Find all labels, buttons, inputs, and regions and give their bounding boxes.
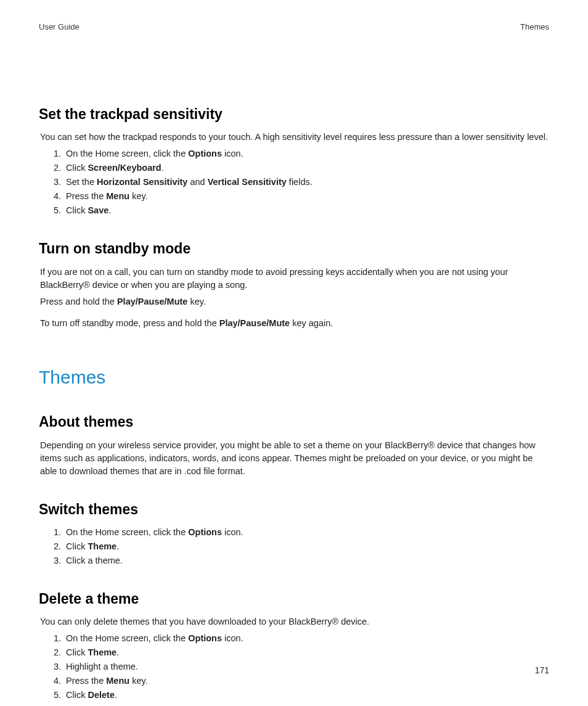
text: Press the [66, 191, 106, 201]
text: icon. [222, 633, 243, 643]
ordered-steps: On the Home screen, click the Options ic… [39, 632, 549, 702]
bold-text: Vertical Sensitivity [208, 177, 287, 187]
body-text: Depending on your wireless service provi… [40, 439, 548, 478]
text: On the Home screen, click the [66, 527, 188, 537]
text: key. [129, 676, 148, 686]
text: key again. [290, 318, 333, 328]
heading-standby-mode: Turn on standby mode [39, 239, 549, 259]
text: key. [187, 297, 206, 306]
page-number: 171 [535, 664, 549, 676]
heading-switch-themes: Switch themes [39, 499, 549, 520]
text: Click [66, 690, 88, 700]
list-item: On the Home screen, click the Options ic… [63, 526, 549, 539]
bold-text: Menu [106, 676, 129, 686]
text: Click [66, 541, 88, 551]
list-item: On the Home screen, click the Options ic… [63, 632, 549, 645]
bold-text: Menu [106, 191, 129, 201]
text: Click [66, 647, 88, 657]
text: Highlight a theme. [66, 662, 138, 671]
text: . [116, 647, 119, 657]
text: Click a theme. [66, 556, 123, 565]
bold-text: Delete [88, 690, 115, 700]
list-item: Click Screen/Keyboard. [63, 162, 549, 174]
heading-trackpad-sensitivity: Set the trackpad sensitivity [39, 104, 549, 125]
list-item: Highlight a theme. [63, 660, 549, 673]
bold-text: Screen/Keyboard [88, 163, 161, 173]
text: . [161, 163, 164, 173]
bold-text: Play/Pause/Mute [219, 318, 290, 328]
heading-about-themes: About themes [39, 412, 549, 432]
body-text: To turn off standby mode, press and hold… [40, 317, 548, 330]
list-item: Click Theme. [63, 540, 549, 553]
list-item: Click a theme. [63, 554, 549, 567]
text: key. [129, 191, 148, 201]
list-item: Click Save. [63, 204, 549, 217]
text: . [108, 205, 111, 215]
text: To turn off standby mode, press and hold… [40, 318, 219, 328]
list-item: Press the Menu key. [63, 190, 549, 203]
text: icon. [222, 149, 243, 158]
page-header: User Guide Themes [39, 22, 549, 33]
text: On the Home screen, click the [66, 633, 188, 643]
list-item: On the Home screen, click the Options ic… [63, 147, 549, 160]
bold-text: Save [88, 205, 108, 215]
text: Press and hold the [40, 297, 117, 306]
text: On the Home screen, click the [66, 149, 188, 158]
header-right: Themes [520, 22, 549, 33]
bold-text: Play/Pause/Mute [117, 297, 187, 306]
bold-text: Theme [88, 541, 116, 551]
text: and [187, 177, 207, 187]
ordered-steps: On the Home screen, click the Options ic… [39, 147, 549, 217]
body-text: If you are not on a call, you can turn o… [40, 266, 548, 292]
heading-delete-theme: Delete a theme [39, 589, 549, 609]
text: Click [66, 163, 88, 173]
body-text: You can only delete themes that you have… [40, 615, 548, 628]
header-left: User Guide [39, 22, 80, 33]
bold-text: Theme [88, 647, 116, 657]
body-text: Press and hold the Play/Pause/Mute key. [40, 295, 548, 308]
ordered-steps: On the Home screen, click the Options ic… [39, 526, 549, 567]
text: Set the [66, 177, 97, 187]
bold-text: Options [188, 633, 222, 643]
bold-text: Options [188, 527, 222, 537]
list-item: Set the Horizontal Sensitivity and Verti… [63, 176, 549, 189]
section-title-themes: Themes [39, 364, 549, 391]
list-item: Click Theme. [63, 646, 549, 659]
bold-text: Options [188, 149, 222, 158]
text: icon. [222, 527, 243, 537]
text: fields. [287, 177, 312, 187]
text: Click [66, 205, 88, 215]
text: . [115, 690, 117, 700]
list-item: Click Delete. [63, 689, 549, 702]
bold-text: Horizontal Sensitivity [97, 177, 187, 187]
text: . [116, 541, 119, 551]
text: Press the [66, 676, 106, 686]
list-item: Press the Menu key. [63, 675, 549, 688]
body-text: You can set how the trackpad responds to… [40, 131, 548, 144]
